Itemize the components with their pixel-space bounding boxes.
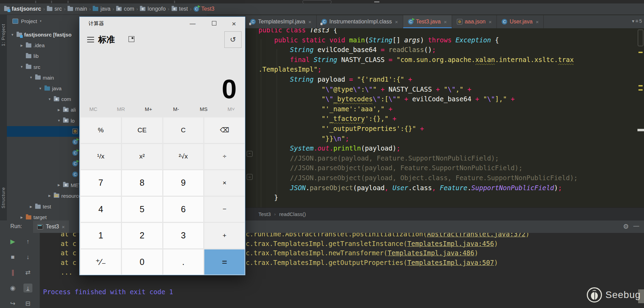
calc-button-two[interactable]: 2 — [122, 223, 162, 248]
gear-icon[interactable]: ⚙ — [623, 223, 629, 230]
calculator-titlebar[interactable]: 计算器 — × — [80, 17, 245, 31]
expanded-arrow-icon[interactable]: ▼ — [57, 119, 61, 122]
keep-on-top-icon[interactable] — [129, 36, 134, 42]
calc-button-divide[interactable]: ÷ — [204, 144, 245, 170]
calc-button-decimal[interactable]: . — [163, 249, 204, 275]
restore-layout-button-icon[interactable]: ⇄ — [23, 268, 32, 277]
calc-button-five[interactable]: 5 — [122, 197, 162, 222]
calc-button-zero[interactable]: 0 — [122, 249, 162, 275]
minimize-button[interactable]: — — [183, 17, 202, 31]
collapsed-arrow-icon[interactable]: ▶ — [20, 44, 24, 47]
expanded-arrow-icon[interactable]: ▼ — [48, 97, 52, 101]
calc-button-equals[interactable]: = — [204, 249, 245, 275]
scroll-to-end-button-icon[interactable]: ↓ — [23, 284, 32, 292]
collapsed-arrow-icon[interactable]: ▶ — [48, 194, 52, 197]
expanded-arrow-icon[interactable]: ▼ — [29, 76, 33, 79]
minimize-panel-icon[interactable]: — — [633, 223, 639, 229]
stack-trace-link[interactable]: TemplatesImpl.java:486 — [388, 249, 474, 257]
expanded-arrow-icon[interactable]: ▼ — [20, 65, 24, 69]
calc-button-nine[interactable]: 9 — [163, 170, 204, 196]
calc-button-one[interactable]: 1 — [81, 223, 121, 248]
memory-subtract-button[interactable]: M- — [162, 102, 190, 116]
calc-button-clear[interactable]: C — [163, 117, 204, 143]
tab-test3-java[interactable]: CTest3.java× — [403, 15, 452, 28]
expanded-arrow-icon[interactable]: ▼ — [10, 33, 14, 37]
calc-button-three[interactable]: 3 — [163, 223, 204, 248]
stop-button-icon[interactable]: ■ — [8, 253, 17, 261]
close-tab-icon[interactable]: × — [489, 19, 492, 25]
run-tab-test3[interactable]: Test3 × — [33, 220, 69, 233]
calc-button-subtract[interactable]: − — [204, 197, 245, 222]
calc-button-six[interactable]: 6 — [163, 197, 204, 222]
calculator-window[interactable]: 计算器 — × 标准 ↺ 0 MCMRM+M-MSM˅ %CEC⌫¹/xx²²√… — [79, 17, 245, 275]
stack-text: ) — [494, 259, 498, 266]
collapsed-arrow-icon[interactable]: ▶ — [57, 108, 61, 112]
breadcrumb-item-main[interactable]: main — [68, 6, 87, 12]
tree-item-label: com — [61, 96, 71, 102]
memory-add-button[interactable]: M+ — [135, 102, 162, 116]
screenshot-button-icon[interactable]: ◉ — [8, 284, 17, 292]
calc-button-backspace[interactable]: ⌫ — [204, 117, 245, 143]
calc-button-seven[interactable]: 7 — [81, 170, 121, 196]
hamburger-menu-icon[interactable] — [87, 37, 94, 42]
fold-marker-icon[interactable]: ⌂ — [247, 174, 253, 180]
breadcrumb-item-fastjsonsrc[interactable]: fastjsonsrc — [4, 6, 41, 12]
tab-aaa-json[interactable]: ⚙aaa.json× — [452, 15, 497, 28]
calc-button-square[interactable]: x² — [122, 144, 162, 170]
code-editor[interactable]: public class Test3 { public static void … — [207, 25, 638, 203]
calc-button-eight[interactable]: 8 — [122, 170, 162, 196]
collapsed-arrow-icon[interactable]: ▶ — [57, 183, 61, 187]
exit-button-icon[interactable]: ↪ — [8, 299, 17, 308]
close-icon[interactable]: × — [62, 224, 65, 230]
editor-tab-bar: ava×CTemplatesImpl.java×CInstrumentation… — [207, 15, 644, 28]
stack-trace-link[interactable]: TemplatesImpl.java:507 — [407, 259, 494, 266]
calc-button-four[interactable]: 4 — [81, 197, 121, 222]
tool-stripe-structure[interactable]: Structure — [1, 187, 6, 208]
collapsed-arrow-icon[interactable]: ▶ — [20, 216, 24, 219]
collapsed-arrow-icon[interactable]: ▶ — [29, 205, 33, 208]
hidden-tabs-dropdown[interactable]: ▾ ≡ 5 — [632, 18, 642, 24]
calc-button-negate[interactable]: ⁺∕₋ — [81, 249, 121, 275]
rerun-button-icon[interactable]: ▶ — [8, 237, 17, 246]
calc-button-add[interactable]: + — [204, 223, 245, 248]
tool-stripe-1-project[interactable]: 1: Project — [1, 24, 6, 46]
calc-button-multiply[interactable]: × — [204, 170, 245, 196]
scrollbar-indicator[interactable] — [637, 129, 644, 131]
pause-output-button-icon[interactable]: ∥ — [8, 268, 17, 277]
editor-breadcrumb-readclass[interactable]: readClass() — [279, 211, 306, 217]
breadcrumb-item-test3[interactable]: CTest3 — [194, 6, 214, 12]
editor-pane[interactable]: − ⌂ public class Test3 { public static v… — [207, 15, 644, 220]
stack-trace-link[interactable]: TemplatesImpl.java:456 — [407, 240, 494, 247]
breadcrumb-item-longofo[interactable]: longofo — [140, 6, 166, 12]
calc-button-reciprocal[interactable]: ¹/x — [81, 144, 121, 170]
tab-templatesimpl-java[interactable]: CTemplatesImpl.java× — [245, 15, 317, 28]
expanded-arrow-icon[interactable]: ▼ — [38, 87, 42, 90]
up-the-stack-trace-button-icon[interactable]: ↑ — [23, 237, 32, 246]
close-tab-icon[interactable]: × — [395, 19, 398, 25]
down-the-stack-trace-button-icon[interactable]: ↓ — [23, 253, 32, 261]
scrollbar-thumb[interactable] — [638, 30, 643, 46]
print-button-icon[interactable]: ⊟ — [23, 299, 32, 308]
close-tab-icon[interactable]: × — [308, 19, 311, 25]
breadcrumb-item-com[interactable]: com — [116, 6, 134, 12]
calc-button-percent[interactable]: % — [81, 117, 121, 143]
close-tab-icon[interactable]: × — [536, 19, 539, 25]
editor-breadcrumb-test3[interactable]: Test3 — [258, 211, 271, 217]
breadcrumb-label: com — [124, 6, 134, 12]
fold-marker-icon[interactable]: − — [247, 151, 253, 157]
close-button[interactable]: × — [224, 17, 244, 31]
breadcrumb-item-test[interactable]: test — [172, 6, 188, 12]
json-file-icon: ⚙ — [457, 19, 462, 24]
tab-user-java[interactable]: CUser.java× — [497, 15, 544, 28]
runnable-class-icon: C — [194, 6, 199, 12]
memory-store-button[interactable]: MS — [190, 102, 217, 116]
breadcrumb-item-src[interactable]: src — [47, 6, 62, 12]
calc-button-clear-entry[interactable]: CE — [122, 117, 162, 143]
calc-button-square-root[interactable]: ²√x — [163, 144, 204, 170]
run-tab-label: Test3 — [46, 224, 59, 230]
maximize-button[interactable] — [204, 17, 224, 31]
history-button[interactable]: ↺ — [224, 31, 242, 48]
close-tab-icon[interactable]: × — [444, 19, 447, 25]
tab-instrumentationimpl-class[interactable]: CInstrumentationImpl.class× — [317, 15, 403, 28]
breadcrumb-item-java[interactable]: java — [93, 6, 110, 12]
